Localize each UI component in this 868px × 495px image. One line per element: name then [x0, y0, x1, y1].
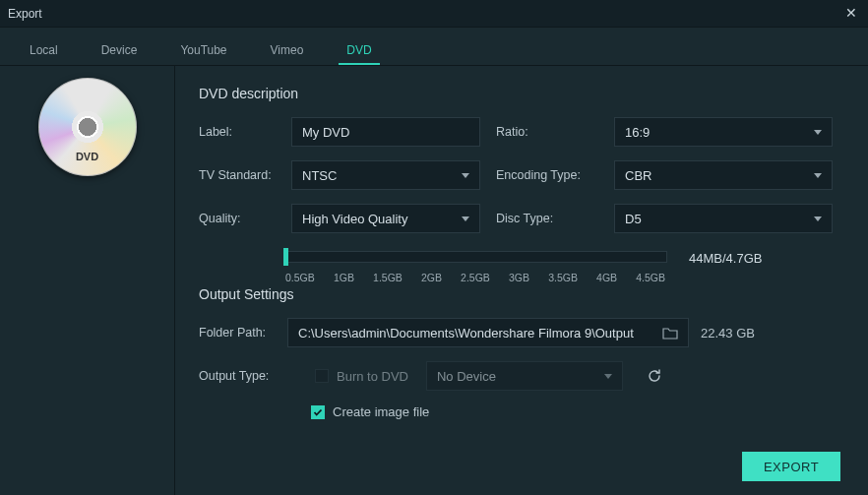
chevron-down-icon: [814, 130, 822, 135]
device-select-value: No Device: [437, 369, 496, 384]
chevron-down-icon: [604, 374, 612, 379]
label-disc-type: Disc Type:: [496, 212, 598, 225]
export-button[interactable]: EXPORT: [742, 452, 840, 481]
folder-path-input[interactable]: C:\Users\admin\Documents\Wondershare Fil…: [287, 318, 689, 347]
disc-label: DVD: [38, 151, 137, 162]
create-image-checkbox[interactable]: [311, 405, 325, 419]
quality-value: High Video Quality: [302, 212, 407, 226]
chevron-down-icon: [462, 173, 469, 178]
chevron-down-icon: [462, 217, 469, 221]
label-label: Label:: [199, 125, 276, 139]
slider-handle[interactable]: [283, 248, 288, 266]
disc-type-select[interactable]: D5: [614, 204, 833, 233]
refresh-button[interactable]: [641, 362, 668, 390]
burn-to-dvd-checkbox[interactable]: [315, 369, 329, 383]
window-title: Export: [8, 7, 42, 21]
disc-type-value: D5: [625, 212, 642, 226]
tv-standard-value: NTSC: [302, 168, 337, 183]
chevron-down-icon: [814, 173, 822, 178]
encoding-type-select[interactable]: CBR: [614, 160, 833, 190]
label-tv-standard: TV Standard:: [199, 168, 276, 182]
label-input[interactable]: My DVD: [291, 117, 480, 147]
ratio-value: 16:9: [625, 125, 650, 140]
dvd-description-title: DVD description: [199, 86, 840, 101]
tab-local[interactable]: Local: [8, 33, 80, 65]
folder-icon[interactable]: [662, 326, 678, 340]
tab-dvd[interactable]: DVD: [325, 33, 393, 65]
create-image-option[interactable]: Create image file: [311, 404, 429, 419]
chevron-down-icon: [814, 217, 822, 221]
label-output-type: Output Type:: [199, 369, 297, 383]
dvd-disc-icon: DVD: [38, 78, 137, 176]
slider-track: [283, 251, 667, 263]
size-slider[interactable]: 0.5GB 1GB 1.5GB 2GB 2.5GB 3GB 3.5GB 4GB …: [283, 247, 667, 269]
free-space: 22.43 GB: [701, 326, 755, 340]
burn-to-dvd-label: Burn to DVD: [337, 369, 408, 384]
label-quality: Quality:: [199, 212, 276, 225]
tv-standard-select[interactable]: NTSC: [291, 160, 480, 190]
titlebar: Export ✕: [0, 0, 868, 28]
size-readout: 44MB/4.7GB: [689, 251, 762, 266]
main-panel: DVD description Label: My DVD Ratio: 16:…: [175, 66, 868, 495]
refresh-icon: [647, 368, 662, 384]
ratio-select[interactable]: 16:9: [614, 117, 833, 147]
burn-to-dvd-option[interactable]: Burn to DVD: [315, 369, 408, 384]
close-icon[interactable]: ✕: [842, 4, 860, 22]
tab-youtube[interactable]: YouTube: [158, 33, 248, 65]
label-folder-path: Folder Path:: [199, 326, 276, 340]
tab-device[interactable]: Device: [80, 33, 159, 65]
slider-ticks: 0.5GB 1GB 1.5GB 2GB 2.5GB 3GB 3.5GB 4GB …: [283, 272, 667, 283]
folder-path-value: C:\Users\admin\Documents\Wondershare Fil…: [298, 326, 634, 340]
encoding-type-value: CBR: [625, 168, 651, 183]
label-ratio: Ratio:: [496, 125, 598, 139]
tab-vimeo[interactable]: Vimeo: [249, 33, 326, 65]
output-settings-title: Output Settings: [199, 286, 840, 302]
device-select[interactable]: No Device: [426, 361, 623, 391]
quality-select[interactable]: High Video Quality: [291, 204, 480, 233]
sidebar: DVD: [0, 66, 175, 495]
tab-bar: Local Device YouTube Vimeo DVD: [0, 28, 868, 65]
label-encoding-type: Encoding Type:: [496, 168, 598, 182]
create-image-label: Create image file: [333, 404, 429, 419]
